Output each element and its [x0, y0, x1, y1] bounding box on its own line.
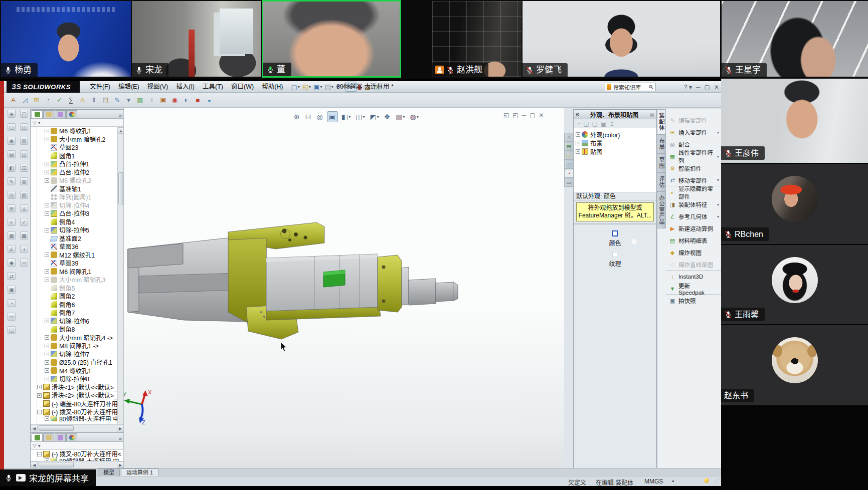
equations-icon[interactable]: ∑	[67, 96, 75, 104]
scrollbar-thumb[interactable]	[39, 462, 74, 467]
save-icon[interactable]: ▣ ▾	[312, 82, 323, 92]
video-tile[interactable]: 王星宇	[722, 1, 868, 77]
propertymanager-tab[interactable]	[43, 110, 54, 118]
appearance-sphere-icon[interactable]: ◔	[577, 120, 580, 127]
feature-tree-item[interactable]: 阵列(圆周)1	[31, 193, 124, 201]
expand-toggle[interactable]: +	[45, 352, 49, 356]
command-button[interactable]: ◇ 爆炸直线草图	[666, 259, 721, 271]
cad-model[interactable]	[124, 108, 564, 468]
video-tile[interactable]: 赵洪舰	[432, 1, 522, 77]
feature-tree-item[interactable]: 基准轴1	[31, 185, 124, 193]
feature-tree-item[interactable]: 倒角8	[31, 325, 124, 334]
open-folder-icon[interactable]: ◱	[583, 120, 589, 127]
save-appearance-icon[interactable]: ▣	[601, 120, 606, 127]
command-button[interactable]: ▦ 线性零部件阵列 ▾	[666, 150, 721, 162]
feature-tree-item[interactable]: + 凸台-拉伸3	[31, 209, 124, 218]
check-icon[interactable]: ✓	[55, 96, 64, 104]
home-tab-icon[interactable]: ⌂	[564, 133, 573, 142]
video-tile[interactable]: RBchen	[721, 164, 868, 244]
rail-icon[interactable]: ◍	[20, 177, 28, 185]
expand-toggle[interactable]: +	[45, 368, 49, 373]
units-status[interactable]: MMGS	[644, 478, 663, 485]
search-box[interactable]: 搜索知识库 🔍︎	[605, 83, 656, 91]
rail-icon[interactable]: ▥	[20, 137, 28, 145]
rail-icon[interactable]: ▢	[20, 110, 28, 118]
appearance-wheel-icon[interactable]: ◉	[170, 96, 179, 104]
rail-icon[interactable]: ◆	[8, 259, 16, 267]
feature-tree-item[interactable]: + 80倾斜器-大连杆用 中..	[31, 416, 124, 421]
commandmanager-tab[interactable]: 装配体	[657, 109, 666, 134]
feature-tree-item[interactable]: + 切除-拉伸7	[31, 350, 124, 359]
expand-toggle[interactable]: +	[576, 141, 580, 145]
expand-toggle[interactable]: +	[576, 149, 580, 154]
video-tile[interactable]: 王彦伟	[721, 79, 868, 163]
expand-toggle[interactable]: +	[45, 137, 49, 141]
feature-tree-item[interactable]: 草图23	[31, 143, 124, 152]
rail-icon[interactable]: ◈	[8, 110, 16, 118]
configurationmanager-tab[interactable]	[55, 433, 66, 441]
expand-toggle[interactable]: +	[45, 253, 49, 257]
feature-tree-item[interactable]: 倒角4	[31, 218, 124, 226]
rail-icon[interactable]: ▦	[8, 231, 16, 239]
rail-icon[interactable]: ◰	[20, 123, 28, 131]
spell-check-icon[interactable]: A	[9, 96, 18, 104]
menu-item[interactable]: 窗口(W)	[227, 81, 258, 92]
appearance-tree-item[interactable]: + 外观(color)	[576, 130, 655, 139]
edit-appearance-icon[interactable]: ✎	[113, 96, 121, 104]
scroll-left-arrow[interactable]: ◀	[31, 425, 38, 431]
featuremanager-tab[interactable]	[32, 110, 43, 118]
expand-toggle[interactable]: +	[45, 228, 49, 232]
rebuild-icon[interactable]: ▮	[357, 82, 363, 92]
command-button[interactable]: ⊞ 插入零部件 ▾	[666, 126, 721, 138]
rail-icon[interactable]: ▢	[8, 123, 16, 131]
command-button[interactable]: ▤ 材料明细表	[666, 234, 721, 247]
commandmanager-tab[interactable]: 办公室产品	[657, 191, 666, 228]
feature-tree-item[interactable]: 倒角6	[31, 301, 124, 309]
rail-icon[interactable]: ⊞	[8, 204, 16, 212]
commandmanager-tab[interactable]: 布局	[657, 134, 666, 153]
resize-grip[interactable]: ⋰	[714, 478, 720, 484]
menu-item[interactable]: 编辑(E)	[114, 81, 143, 92]
feature-tree-item[interactable]: + M8 间隙孔1 ->	[31, 342, 124, 350]
featuremanager-tab[interactable]	[32, 433, 43, 441]
feature-tree-item[interactable]: (-) 端盖-80大连杆刀补用<	[31, 400, 124, 408]
expand-toggle[interactable]: +	[45, 178, 49, 183]
menu-item[interactable]: 视图(V)	[143, 81, 172, 92]
expand-toggle[interactable]: +	[45, 278, 49, 282]
configurationmanager-tab[interactable]	[55, 110, 66, 118]
video-tile[interactable]: 赵东书	[721, 325, 868, 405]
tree-filter[interactable]: ▽▾	[31, 442, 124, 450]
rail-icon[interactable]: ⇄	[8, 272, 16, 280]
feature-tree-item[interactable]: + 大小mm 暗销孔3	[31, 276, 124, 284]
rail-icon[interactable]: ◧	[8, 164, 16, 172]
video-tile[interactable]: 杨勇	[1, 1, 131, 77]
file-properties-icon[interactable]: ◪	[364, 82, 372, 92]
graphics-viewport[interactable]: ⊕ ⊡ ◎ ▣ ◧▾ ◫▾	[123, 108, 564, 468]
rail-icon[interactable]: ◱	[8, 326, 16, 334]
propertymanager-tab[interactable]	[43, 433, 54, 441]
expand-toggle[interactable]: +	[45, 162, 49, 166]
rail-icon[interactable]: ▭	[8, 313, 16, 321]
scrollbar-thumb[interactable]	[39, 425, 74, 431]
units-dropdown-caret[interactable]: ▴	[672, 478, 674, 483]
pin-icon[interactable]: ◎	[649, 111, 654, 118]
tree-horizontal-scrollbar[interactable]: ◀ ▶	[31, 461, 124, 468]
displaymanager-tab[interactable]	[66, 110, 77, 118]
file-explorer-tab-icon[interactable]: ◱	[564, 151, 573, 160]
measure-icon[interactable]: ◿	[21, 96, 29, 104]
expand-toggle[interactable]: +	[45, 319, 49, 323]
expand-toggle[interactable]: +	[45, 211, 49, 216]
video-tile[interactable]: 王雨馨	[721, 245, 868, 324]
feature-tree-item[interactable]: + 大小mm 暗销孔4 ->	[31, 334, 124, 342]
appearance-swatch[interactable]: 颜色	[609, 230, 621, 247]
expand-toggle[interactable]: +	[45, 377, 49, 381]
feature-tree-item[interactable]: + 切除-拉伸8	[31, 375, 124, 383]
document-tab[interactable]: 运动算例 1	[121, 468, 158, 476]
scene-sphere-icon[interactable]: ◒	[205, 96, 214, 104]
tree-horizontal-scrollbar[interactable]: ◀ ▶	[31, 424, 124, 431]
video-tile[interactable]: 罗健飞	[523, 1, 720, 77]
commandmanager-tab[interactable]: 草图	[657, 153, 666, 172]
new-document-icon[interactable]: ▢ ▾	[290, 82, 300, 92]
expand-toggle[interactable]: −	[37, 410, 42, 414]
menu-item[interactable]: 工具(T)	[199, 81, 227, 92]
